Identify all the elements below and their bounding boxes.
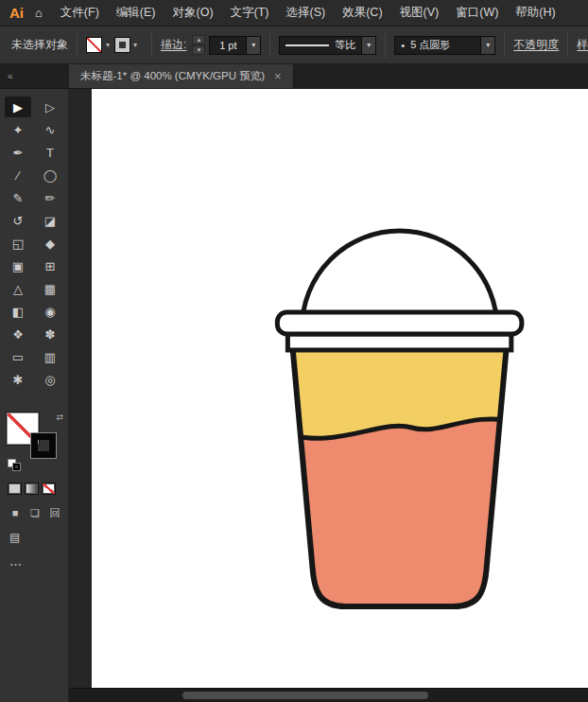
artboard[interactable] (92, 89, 588, 689)
separator (151, 33, 152, 58)
chevron-down-icon: ▾ (367, 41, 371, 49)
mesh-tool[interactable]: ▦ (37, 278, 63, 299)
separator (269, 33, 270, 58)
draw-modes: ■❏回 (8, 506, 68, 519)
separator (385, 33, 386, 58)
document-tab[interactable]: 未标题-1* @ 400% (CMYK/GPU 预览) × (69, 64, 294, 88)
color-button[interactable] (8, 483, 22, 495)
scale-tool[interactable]: ◱ (5, 233, 31, 254)
selection-tool[interactable]: ▶ (5, 97, 31, 117)
menu-list: 文件(F)编辑(E)对象(O)文字(T)选择(S)效果(C)视图(V)窗口(W)… (52, 5, 564, 21)
paintbrush-tool[interactable]: ✎ (5, 187, 31, 208)
tools-panel: ▶▷✦∿✒T∕◯✎✏↺◪◱◆▣⊞△▦◧◉❖✽▭▥✱◎ ⇄ ■❏回 ▤ ⋯ (0, 89, 69, 702)
free-transform-tool[interactable]: ▣ (5, 255, 31, 276)
document-tab-title: 未标题-1* @ 400% (CMYK/GPU 预览) (80, 69, 265, 83)
menu-item-w[interactable]: 窗口(W) (447, 5, 507, 21)
opacity-label[interactable]: 不透明度 (513, 37, 559, 53)
home-icon[interactable]: ⌂ (33, 6, 52, 20)
hand-tool[interactable]: ✱ (5, 369, 31, 390)
fill-color-swatch-none[interactable] (86, 37, 102, 53)
eraser-tool[interactable]: ◪ (37, 210, 63, 231)
menu-item-o[interactable]: 对象(O) (164, 5, 222, 21)
mini-stroke-swatch (13, 464, 20, 470)
swatch-buttons (8, 483, 68, 495)
zoom-tool[interactable]: ◎ (37, 369, 63, 390)
perspective-grid-tool[interactable]: △ (5, 278, 31, 299)
menu-item-s[interactable]: 选择(S) (278, 5, 335, 21)
gradient-button[interactable] (25, 483, 39, 495)
change-screen-mode-button[interactable]: ▤ (9, 531, 25, 544)
artboard-tool[interactable]: ▭ (5, 346, 31, 367)
brush-bullet-icon: • (401, 40, 405, 51)
width-tool[interactable]: ◆ (37, 233, 63, 254)
menu-item-v[interactable]: 视图(V) (391, 5, 448, 21)
fill-stroke-indicator: ⇄ (7, 412, 65, 473)
app-logo: Ai (0, 5, 33, 21)
artwork-canvas (92, 89, 588, 689)
stepper-down-icon[interactable]: ▼ (192, 45, 205, 55)
close-tab-icon[interactable]: × (274, 69, 282, 83)
tools-panel-header: « (0, 64, 69, 88)
stroke-color-swatch[interactable] (115, 38, 130, 52)
none-button[interactable] (42, 483, 56, 495)
menu-item-f[interactable]: 文件(F) (52, 5, 108, 21)
default-fill-stroke-icon[interactable] (8, 459, 22, 471)
tool-grid: ▶▷✦∿✒T∕◯✎✏↺◪◱◆▣⊞△▦◧◉❖✽▭▥✱◎ (0, 89, 68, 390)
draw-behind-mode[interactable]: ❏ (27, 506, 43, 519)
brush-name-label: 5 点圆形 (410, 38, 450, 52)
cup-lid-rim[interactable] (277, 312, 521, 334)
horizontal-scrollbar[interactable] (69, 688, 588, 702)
stroke-swatch-black[interactable] (31, 433, 56, 458)
cup-neck-band[interactable] (287, 334, 510, 350)
swap-fill-stroke-icon[interactable]: ⇄ (56, 412, 63, 422)
chevron-down-icon[interactable]: ▾ (106, 41, 110, 49)
rotate-tool[interactable]: ↺ (5, 210, 31, 231)
ellipse-tool[interactable]: ◯ (37, 165, 63, 185)
shape-builder-tool[interactable]: ⊞ (37, 255, 63, 276)
lasso-tool[interactable]: ∿ (37, 119, 63, 140)
stroke-weight-dropdown[interactable]: ▾ (247, 36, 261, 55)
style-label[interactable]: 样 (577, 37, 588, 53)
separator (77, 33, 78, 58)
symbol-sprayer-tool[interactable]: ✽ (37, 324, 63, 344)
stroke-profile-dropdown-button[interactable]: ▾ (362, 36, 376, 55)
brush-dropdown-button[interactable]: ▾ (481, 36, 495, 55)
menu-item-h[interactable]: 帮助(H) (507, 5, 563, 21)
pen-tool[interactable]: ✒ (5, 142, 31, 163)
canvas-area (69, 89, 588, 702)
gradient-tool[interactable]: ◧ (5, 301, 31, 322)
separator (504, 33, 505, 58)
column-graph-tool[interactable]: ▥ (37, 346, 63, 367)
chevron-down-icon: ▾ (251, 41, 255, 49)
brush-definition-dropdown[interactable]: • 5 点圆形 (394, 36, 481, 55)
shaper-tool[interactable]: ✏ (37, 187, 63, 208)
edit-toolbar-ellipsis[interactable]: ⋯ (9, 557, 68, 571)
document-tab-bar: « 未标题-1* @ 400% (CMYK/GPU 预览) × (0, 64, 588, 89)
menu-item-t[interactable]: 文字(T) (222, 5, 278, 21)
magic-wand-tool[interactable]: ✦ (5, 119, 31, 140)
no-selection-label: 未选择对象 (11, 37, 68, 53)
main-area: ▶▷✦∿✒T∕◯✎✏↺◪◱◆▣⊞△▦◧◉❖✽▭▥✱◎ ⇄ ■❏回 ▤ ⋯ (0, 89, 588, 702)
menu-item-e[interactable]: 编辑(E) (108, 5, 164, 21)
draw-inside-mode[interactable]: 回 (47, 506, 62, 519)
collapse-panel-icon[interactable]: « (8, 71, 13, 81)
menu-bar: Ai ⌂ 文件(F)编辑(E)对象(O)文字(T)选择(S)效果(C)视图(V)… (0, 0, 588, 26)
stroke-profile-label: 等比 (335, 38, 355, 52)
line-segment-tool[interactable]: ∕ (5, 165, 31, 185)
separator (567, 33, 568, 58)
control-bar: 未选择对象 ▾ ▾ 描边: ▲ ▼ 1 pt ▾ 等比 ▾ • 5 点圆形 ▾ … (0, 26, 588, 64)
stroke-weight-label[interactable]: 描边: (161, 37, 186, 53)
chevron-down-icon[interactable]: ▾ (133, 41, 137, 49)
eyedropper-tool[interactable]: ◉ (37, 301, 63, 322)
blend-tool[interactable]: ❖ (5, 324, 31, 344)
horizontal-scrollbar-thumb[interactable] (182, 692, 428, 699)
type-tool[interactable]: T (37, 142, 63, 163)
menu-item-c[interactable]: 效果(C) (334, 5, 390, 21)
direct-selection-tool[interactable]: ▷ (37, 97, 63, 117)
chevron-down-icon: ▾ (486, 41, 490, 49)
stroke-weight-stepper[interactable]: ▲ ▼ (192, 35, 205, 55)
stepper-up-icon[interactable]: ▲ (192, 35, 205, 44)
stroke-weight-field[interactable]: 1 pt (209, 36, 247, 55)
draw-normal-mode[interactable]: ■ (8, 506, 23, 519)
stroke-profile-dropdown[interactable]: 等比 (279, 36, 362, 55)
